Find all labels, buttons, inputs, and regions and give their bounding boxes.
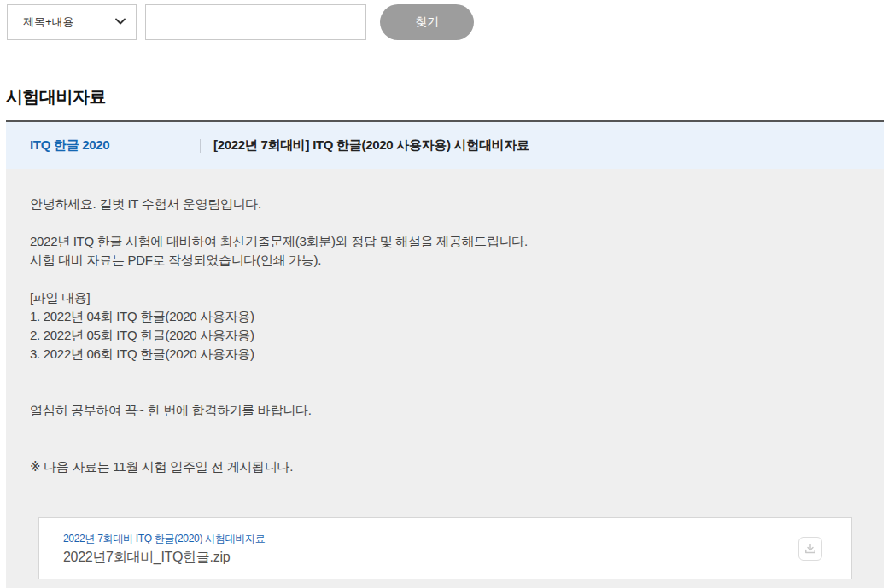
download-button[interactable] [798, 537, 822, 561]
post-category: ITQ 한글 2020 [6, 137, 200, 154]
attachment-texts: 2022년 7회대비 ITQ 한글(2020) 시험대비자료 2022년7회대비… [63, 530, 798, 567]
attachment-box: 2022년 7회대비 ITQ 한글(2020) 시험대비자료 2022년7회대비… [38, 517, 852, 579]
body-text-line: 시험 대비 자료는 PDF로 작성되었습니다(인쇄 가능). [30, 251, 860, 270]
body-text-line: 1. 2022년 04회 ITQ 한글(2020 사용자용) [30, 307, 860, 326]
search-input[interactable] [145, 4, 366, 40]
search-button[interactable]: 찾기 [380, 4, 474, 40]
body-text-line: 2. 2022년 05회 ITQ 한글(2020 사용자용) [30, 326, 860, 345]
page-title: 시험대비자료 [6, 85, 888, 108]
post-content: 안녕하세요. 길벗 IT 수험서 운영팀입니다.2022년 ITQ 한글 시험에… [6, 169, 884, 588]
body-text-line [30, 439, 860, 457]
search-bar: 제목+내용 찾기 [0, 0, 888, 41]
search-category-select[interactable]: 제목+내용 [7, 4, 137, 40]
download-icon [803, 541, 818, 556]
body-text-line [30, 364, 860, 382]
search-category-select-wrap: 제목+내용 [7, 4, 137, 40]
body-text-line [30, 382, 860, 401]
body-text-line: 3. 2022년 06회 ITQ 한글(2020 사용자용) [30, 345, 860, 364]
post-board: ITQ 한글 2020 [2022년 7회대비] ITQ 한글(2020 사용자… [6, 120, 884, 588]
body-text-line: 안녕하세요. 길벗 IT 수험서 운영팀입니다. [30, 195, 860, 213]
body-text-line: 2022년 ITQ 한글 시험에 대비하여 최신기출문제(3회분)와 정답 및 … [30, 232, 860, 251]
body-text-line [30, 420, 860, 439]
body-text-line: 열심히 공부하여 꼭~ 한 번에 합격하기를 바랍니다. [30, 401, 860, 420]
body-text-line: [파일 내용] [30, 288, 860, 307]
body-text-line [30, 270, 860, 288]
post-subject: [2022년 7회대비] ITQ 한글(2020 사용자용) 시험대비자료 [201, 137, 529, 154]
post-body-text: 안녕하세요. 길벗 IT 수험서 운영팀입니다.2022년 ITQ 한글 시험에… [30, 195, 860, 476]
body-text-line: ※ 다음 자료는 11월 시험 일주일 전 게시됩니다. [30, 457, 860, 476]
post-header: ITQ 한글 2020 [2022년 7회대비] ITQ 한글(2020 사용자… [6, 122, 884, 169]
attachment-filename: 2022년7회대비_ITQ한글.zip [63, 549, 798, 567]
attachment-link[interactable]: 2022년 7회대비 ITQ 한글(2020) 시험대비자료 [63, 532, 265, 546]
body-text-line [30, 213, 860, 232]
